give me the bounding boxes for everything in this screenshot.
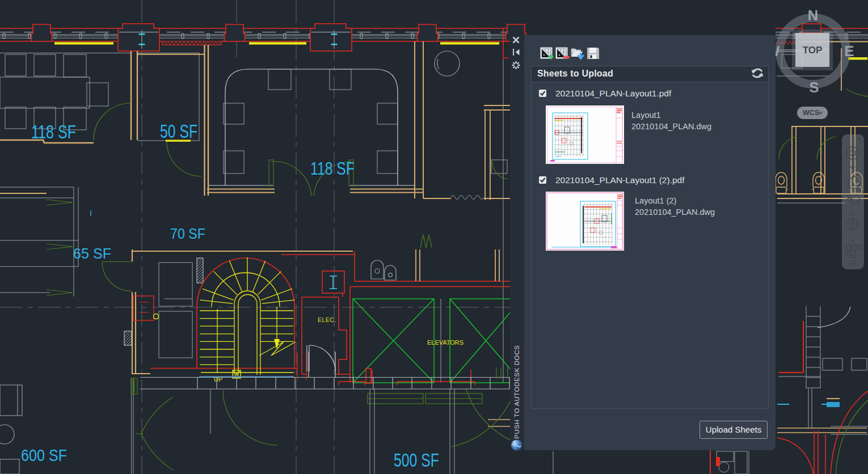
svg-text:600 SF: 600 SF <box>21 446 67 464</box>
svg-text:65 SF: 65 SF <box>73 246 111 261</box>
svg-text:118 SF: 118 SF <box>310 158 355 179</box>
svg-text:500 SF: 500 SF <box>394 450 439 471</box>
svg-text:ELEVATORS: ELEVATORS <box>427 339 464 346</box>
svg-text:E: E <box>844 43 854 60</box>
svg-text:50 SF: 50 SF <box>160 121 197 142</box>
svg-text:S: S <box>809 79 819 96</box>
svg-text:ELEC.: ELEC. <box>318 317 336 323</box>
svg-text:TOP: TOP <box>803 45 823 56</box>
svg-text:118 SF: 118 SF <box>31 121 76 142</box>
svg-text:N: N <box>808 8 819 24</box>
svg-text:70 SF: 70 SF <box>170 225 205 242</box>
